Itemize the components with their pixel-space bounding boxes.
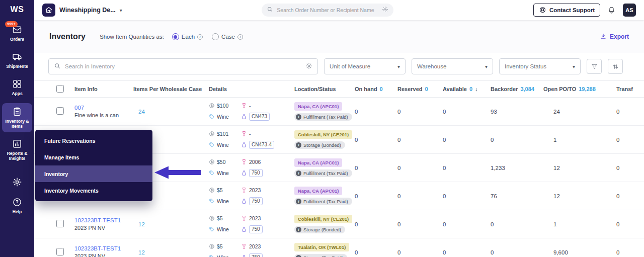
transfer-value: 0	[616, 249, 644, 255]
status-badge: i Storage (Tax Paid)	[294, 254, 347, 257]
sidebar-item-shipments[interactable]: Shipments	[2, 48, 32, 72]
item-description: 2023 PN NV	[74, 253, 133, 257]
dollar-icon	[209, 187, 215, 193]
available-value: 0	[443, 109, 491, 115]
item-info-cell: 007 Fine wine is a can	[74, 105, 133, 118]
table-row: 102323BT-TEST1 2023 PN NV 12 $5 2023 Win…	[34, 210, 644, 238]
flyout-menu-item[interactable]: Inventory	[35, 165, 152, 182]
radio-case-control[interactable]	[212, 33, 219, 40]
size-detail: 750	[241, 197, 294, 205]
on-hand-value: 0	[355, 249, 397, 255]
shipments-icon	[12, 52, 22, 62]
transfer-value: 0	[616, 109, 644, 115]
status-badge: i Storage (Bonded)	[294, 226, 345, 233]
location-badge: Cobleskill, NY (CE201)	[294, 215, 352, 223]
transfer-value: 0	[616, 137, 644, 143]
column-header-items-per-case[interactable]: Items Per Wholesale Case	[133, 86, 209, 92]
sidebar-item-settings[interactable]	[2, 174, 32, 191]
location-badge: Cobleskill, NY (CE201)	[294, 130, 352, 139]
dollar-icon	[209, 131, 215, 137]
app-logo[interactable]: WS	[11, 5, 24, 14]
wine-glass-icon	[241, 187, 247, 193]
column-header-available[interactable]: Available0↓	[443, 86, 491, 92]
radio-case[interactable]: Case i	[212, 33, 243, 40]
row-checkbox[interactable]	[56, 107, 64, 115]
column-header-details[interactable]: Details	[209, 86, 294, 92]
size-detail: CN473-4	[241, 141, 294, 149]
select-all-checkbox[interactable]	[56, 85, 64, 93]
transfer-value: 0	[616, 221, 644, 227]
sidebar-item-inventory-items[interactable]: Inventory & Items	[2, 103, 32, 132]
tag-icon	[209, 114, 215, 120]
item-description: Fine wine is a can	[74, 112, 133, 118]
sidebar: WS 999+ Orders Shipments Apps Inventory …	[0, 0, 34, 257]
dollar-icon	[209, 159, 215, 165]
on-hand-value: 0	[355, 165, 397, 171]
backorder-value: 0	[491, 137, 543, 143]
inventory-search-input[interactable]	[65, 63, 301, 69]
user-avatar[interactable]: AS	[623, 4, 636, 17]
column-header-open-po[interactable]: Open PO/TO19,288	[543, 86, 616, 92]
location-badge: Tualatin, OR (TWL01)	[294, 243, 349, 251]
inventory-search[interactable]	[48, 58, 318, 74]
bottle-icon	[241, 114, 247, 120]
on-hand-value: 0	[355, 137, 397, 143]
vintage-detail: -	[241, 103, 294, 109]
vintage-detail: 2023	[241, 187, 294, 193]
row-checkbox[interactable]	[56, 248, 64, 255]
location-status-cell: Tualatin, OR (TWL01) i Storage (Tax Paid…	[294, 243, 355, 257]
table-header-row: Item Info Items Per Wholesale Case Detai…	[34, 80, 644, 98]
info-icon: i	[296, 142, 301, 148]
info-icon: i	[296, 114, 301, 120]
notifications-bell-icon[interactable]	[607, 6, 616, 15]
global-search-input[interactable]	[277, 7, 378, 13]
column-header-on-hand[interactable]: On hand0	[355, 86, 397, 92]
inventory-status-select[interactable]: Inventory Status ▾	[499, 58, 581, 74]
export-button[interactable]: Export	[600, 33, 629, 41]
orders-icon: 999+	[12, 25, 22, 35]
price-detail: $5	[209, 215, 237, 221]
sidebar-item-apps[interactable]: Apps	[2, 75, 32, 100]
unit-of-measure-select[interactable]: Unit of Measure ▾	[324, 58, 406, 74]
company-selector[interactable]: Wineshipping De... ▾	[42, 4, 122, 17]
contact-support-button[interactable]: Contact Support	[533, 4, 600, 17]
flyout-menu-item[interactable]: Future Reservations	[35, 132, 152, 149]
radio-each-control[interactable]	[172, 33, 179, 40]
column-header-item-info[interactable]: Item Info	[74, 86, 133, 92]
open-po-value: 12	[543, 165, 616, 171]
warehouse-select[interactable]: Warehouse ▾	[412, 58, 493, 74]
sidebar-item-reports-insights[interactable]: Reports & Insights	[2, 135, 32, 164]
on-hand-value: 0	[355, 221, 397, 227]
column-header-location-status[interactable]: Location/Status	[294, 86, 355, 92]
price-detail: $101	[209, 131, 237, 137]
column-header-transfer[interactable]: Transf	[616, 86, 644, 92]
sort-button[interactable]	[608, 59, 623, 74]
category-detail: Wine	[209, 141, 237, 149]
items-per-case-value: 12	[133, 221, 209, 227]
price-detail: $5	[209, 243, 237, 249]
available-value: 0	[443, 165, 491, 171]
category-detail: Wine	[209, 253, 237, 257]
column-header-backorder[interactable]: Backorder3,084	[491, 86, 543, 92]
tag-icon	[209, 142, 215, 148]
item-code-link[interactable]: 102323BT-TEST1	[74, 217, 133, 223]
sidebar-item-orders[interactable]: 999+ Orders	[2, 21, 32, 45]
location-status-cell: Napa, CA (APC01) i Fulfillment (Tax Paid…	[294, 158, 355, 177]
flyout-menu-item[interactable]: Inventory Movements	[35, 182, 152, 199]
radio-each[interactable]: Each i	[172, 33, 203, 40]
status-badge: i Fulfillment (Tax Paid)	[294, 113, 352, 121]
reserved-value: 0	[397, 249, 443, 255]
row-checkbox[interactable]	[56, 220, 64, 227]
search-settings-gear-icon[interactable]	[305, 62, 312, 71]
item-code-link[interactable]: 102323BT-TEST1	[74, 245, 133, 251]
search-settings-gear-icon[interactable]	[382, 6, 388, 14]
category-detail: Wine	[209, 113, 237, 121]
filter-funnel-button[interactable]	[587, 59, 602, 74]
column-header-reserved[interactable]: Reserved0	[397, 86, 443, 92]
global-search[interactable]	[262, 4, 393, 17]
item-code-link[interactable]: 007	[74, 105, 133, 111]
flyout-menu-item[interactable]: Manage Items	[35, 149, 152, 165]
info-icon: i	[296, 227, 301, 232]
size-detail: 750	[241, 225, 294, 233]
sidebar-item-help[interactable]: Help	[2, 194, 32, 218]
